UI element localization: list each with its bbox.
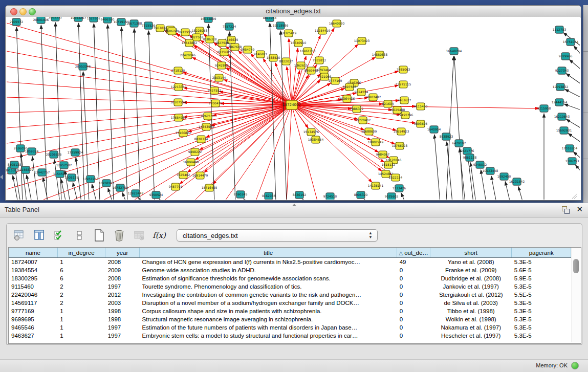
scrollbar-thumb[interactable] [573, 259, 579, 273]
citation-edge[interactable] [159, 199, 162, 200]
citation-edge[interactable] [94, 24, 100, 200]
citation-edge[interactable] [78, 23, 84, 200]
citation-edge[interactable] [73, 183, 78, 200]
table-row[interactable]: 2242004622012Investigating the contribut… [9, 291, 571, 299]
citation-edge[interactable] [401, 193, 405, 200]
create-column-button[interactable] [92, 228, 107, 243]
citation-edge[interactable] [565, 90, 580, 98]
network-canvas[interactable]: 8860123891295518226058982750316543882818… [6, 17, 580, 200]
column-header-pagerank[interactable]: pagerank [512, 248, 571, 258]
table-row[interactable]: 1456911722003Disruption of a novel membe… [9, 299, 571, 307]
delete-table-button[interactable] [132, 228, 147, 243]
minimize-window-button[interactable] [19, 8, 27, 15]
float-panel-button[interactable] [562, 206, 570, 214]
close-window-button[interactable] [10, 8, 17, 15]
citation-edge[interactable] [92, 184, 97, 200]
citation-edge[interactable] [256, 105, 292, 200]
citation-edge[interactable] [566, 74, 580, 85]
column-header-title[interactable]: title [140, 248, 397, 258]
right-panel-edge[interactable] [583, 5, 588, 203]
citation-edge[interactable] [574, 46, 580, 56]
window-resize-grip[interactable] [572, 193, 577, 199]
citation-edge[interactable] [7, 82, 292, 105]
citation-edge[interactable] [454, 56, 463, 200]
citation-edge[interactable] [107, 25, 114, 200]
table-row[interactable]: 946554611997Estimation of the future num… [9, 323, 571, 332]
citation-edge[interactable] [27, 175, 32, 200]
graph-node-label: 7955812 [313, 58, 326, 62]
citation-edge[interactable] [7, 105, 292, 113]
table-row[interactable]: 911546021997Tourette syndrome. Phenomeno… [9, 282, 571, 291]
citation-edge[interactable] [122, 192, 126, 200]
table-cell: 2 [57, 291, 105, 299]
citation-edge[interactable] [7, 105, 292, 128]
graph-node-label: 1505135 [65, 176, 79, 179]
table-row[interactable]: 946362711997Embryonic stem cells: a mode… [9, 332, 571, 340]
citation-edge[interactable] [570, 59, 580, 71]
zoom-window-button[interactable] [29, 8, 36, 15]
citation-edge[interactable] [7, 105, 292, 159]
citation-edge[interactable] [568, 134, 580, 143]
citation-edge[interactable] [505, 182, 510, 200]
citation-edge[interactable] [244, 199, 247, 200]
citation-edge[interactable] [16, 27, 23, 200]
table-select-dropdown[interactable]: citations_edges.txt ▲▼ [177, 229, 378, 242]
table-cell: Corpus callosum shape and size in male p… [140, 307, 397, 315]
citation-edge[interactable] [121, 27, 127, 200]
citation-edge[interactable] [292, 105, 317, 200]
table-cell: 9699695 [9, 315, 57, 323]
table-row[interactable]: 1830029562008Estimation of significance … [9, 274, 571, 282]
table-row[interactable]: 977716911998Corpus callosum shape and si… [9, 307, 571, 315]
memory-status-indicator[interactable] [571, 362, 579, 369]
citation-edge[interactable] [564, 104, 580, 111]
citation-edge[interactable] [134, 29, 140, 200]
splitter-handle-icon[interactable] [292, 204, 296, 206]
column-header-in_degree[interactable]: in_degree [57, 248, 105, 258]
column-header-short[interactable]: short [430, 248, 512, 258]
show-columns-button[interactable] [32, 228, 47, 243]
row-height-button[interactable] [72, 228, 87, 243]
citation-edge[interactable] [292, 105, 395, 144]
table-row[interactable]: 969969511998Structural magnetic resonanc… [9, 315, 571, 323]
close-panel-button[interactable]: ✕ [576, 205, 583, 214]
citation-edge[interactable] [7, 105, 292, 174]
table-cell: Franke et al. (2009) [430, 266, 512, 274]
citation-edge[interactable] [108, 188, 113, 200]
table-row[interactable]: 1872400712008Changes of HCN gene express… [9, 258, 571, 267]
citation-edge[interactable] [481, 170, 486, 200]
citation-edge[interactable] [32, 157, 38, 200]
function-builder-button[interactable]: f(x) [151, 228, 167, 243]
citation-edge[interactable] [364, 199, 367, 200]
citation-edge[interactable] [302, 199, 306, 200]
table-scrollbar[interactable] [572, 248, 581, 342]
citation-edge[interactable] [287, 105, 292, 200]
column-header-year[interactable]: year [105, 248, 140, 258]
graph-node-label: 16033809 [201, 17, 216, 20]
citation-edge[interactable] [7, 23, 292, 105]
column-header-name[interactable]: name [9, 248, 57, 258]
citation-edge[interactable] [7, 67, 292, 105]
table-cell: Structural magnetic resonance image aver… [140, 315, 397, 323]
citation-edge[interactable] [491, 176, 496, 200]
citation-edge[interactable] [434, 135, 440, 200]
citation-edge[interactable] [15, 170, 20, 200]
citation-edge[interactable] [518, 187, 523, 200]
network-view[interactable]: 8860123891295518226058982750316543882818… [6, 17, 580, 200]
select-columns-button[interactable] [52, 228, 67, 243]
citation-edge[interactable] [567, 119, 580, 129]
network-window-titlebar[interactable]: citations_edges.txt [6, 6, 581, 17]
table-cell: Tourette syndrome. Phenomenology and cla… [140, 282, 397, 291]
table-mode-button[interactable] [12, 228, 27, 243]
citation-edge[interactable] [470, 163, 476, 200]
citation-edge[interactable] [148, 31, 155, 200]
table-panel-header[interactable]: Table Panel ✕ [0, 203, 588, 217]
citation-edge[interactable] [43, 178, 48, 200]
citation-edge[interactable] [61, 179, 66, 200]
graph-node-label: 9162035 [262, 194, 276, 198]
citation-edge[interactable] [292, 71, 300, 105]
panel-collapse-arrow-icon[interactable] [0, 174, 3, 180]
column-header-out_de[interactable]: △out_de… [397, 248, 430, 258]
citation-edge[interactable] [576, 165, 580, 173]
delete-column-button[interactable] [112, 228, 127, 243]
table-row[interactable]: 1938455462009Genome-wide association stu… [9, 266, 571, 274]
